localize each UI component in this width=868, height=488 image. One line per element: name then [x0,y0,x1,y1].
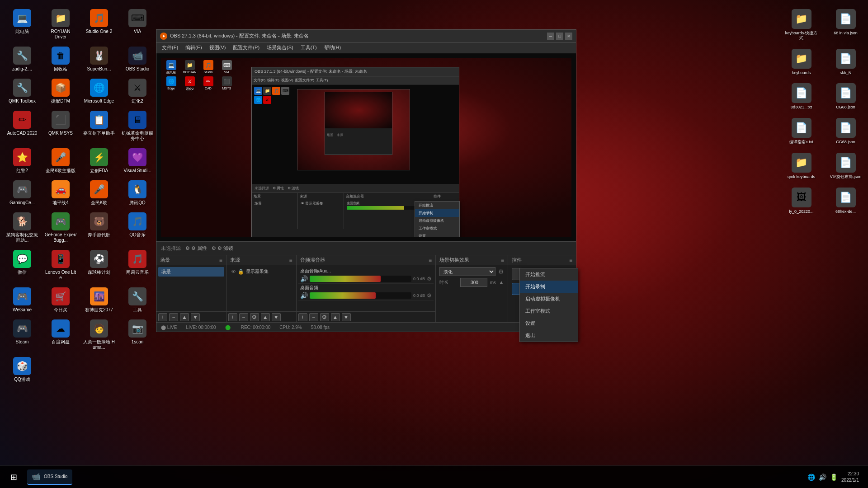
dropdown-item-exit[interactable]: 退出 [520,329,578,342]
desktop-icon-netease[interactable]: 🎵 网易云音乐 [120,248,155,283]
source-visibility-icon[interactable]: 👁 [231,269,236,274]
desktop-icon-edge[interactable]: 🌐 Microsoft Edge [81,76,117,106]
desktop-icon-redalert[interactable]: ⭐ 红警2 [5,146,40,176]
dropdown-item-settings[interactable]: 设置 [520,317,578,329]
desktop-icon-autocad[interactable]: ✏ AutoCAD 2020 [5,108,40,144]
desktop-icon-1scan[interactable]: 📷 1scan [120,317,155,352]
desktop-icon-qmk-toolbox[interactable]: 🔧 QMK Toolbox [5,76,40,106]
desktop-icon-studio-one[interactable]: 🎵 Studio One 2 [81,7,117,42]
desktop-icon-jz2[interactable]: ⚔ 进化2 [120,76,155,106]
source-panel-menu[interactable]: ≡ [289,257,292,263]
mixer-add-button[interactable]: + [298,313,307,321]
desktop-icon-senqiu[interactable]: ⚽ 森球棒计划 [81,248,117,283]
source-settings-button[interactable]: ⚙ [250,313,259,321]
menu-edit[interactable]: 编辑(E) [182,43,206,52]
mixer-down-button[interactable]: ▼ [342,313,351,321]
taskbar-start-button[interactable]: ⊞ [5,468,23,486]
desktop-icon-cg68-2[interactable]: 📄 CG68.json [826,116,865,147]
mixer-gear-desktop[interactable]: ⚙ [427,292,432,299]
transition-panel-menu[interactable]: ≡ [501,257,504,263]
scene-item-default[interactable]: 场景 [158,267,224,277]
desktop-icon-0d3021[interactable]: 📄 0d3021...txt [782,81,821,112]
source-remove-button[interactable]: − [239,313,248,321]
desktop-icon-forza[interactable]: 🚗 地平线4 [43,178,78,208]
desktop-icon-jrm[interactable]: 🛒 今日买 [43,285,78,315]
desktop-icon-qqgame[interactable]: 🎲 QQ游戏 [5,355,40,385]
desktop-icon-68hex[interactable]: 📄 68hex-de... [826,185,865,216]
desktop-icon-via-json[interactable]: 📄 VIA旋钮布局.json [826,150,865,182]
desktop-icon-jiepei[interactable]: 📦 捷配DFM [43,76,78,106]
scene-up-button[interactable]: ▲ [180,313,189,321]
scene-add-button[interactable]: + [158,313,167,321]
desktop-icon-qq[interactable]: 🐧 腾讯QQ [120,178,155,208]
dropdown-start-record[interactable]: 开始录制 [415,209,459,217]
transition-spin-up[interactable]: ▲ [499,279,504,286]
desktop-icon-skbn[interactable]: 📄 skb_N [826,47,865,78]
tray-network-icon[interactable]: 🌐 [807,474,815,481]
dropdown-item-start-stream[interactable]: 开始推流 [520,268,578,281]
dropdown-item-studio-mode[interactable]: 工作室模式 [520,305,578,317]
tray-sound-icon[interactable]: 🔊 [819,474,826,481]
menu-tools[interactable]: 工具(T) [297,43,321,52]
desktop-icon-computer[interactable]: 💻 此电脑 [5,7,40,42]
menu-file[interactable]: 文件(F) [158,43,182,52]
dropdown-item-virtual-cam[interactable]: 启动虚拟摄像机 [520,293,578,305]
desktop-icon-jlc[interactable]: 📋 嘉立创下单助手 [81,108,117,144]
desktop-icon-bianyizhinan[interactable]: 📄 编译指南c.txt [782,116,821,147]
desktop-icon-cg68[interactable]: 📄 CG68.json [826,81,865,112]
desktop-icon-keyboards-shortcut[interactable]: 📁 keyboards-快捷方式 [782,7,821,43]
taskbar-clock[interactable]: 22:30 2022/1/1 [841,471,859,483]
source-up-button[interactable]: ▲ [261,313,270,321]
desktop-icon-mechrev[interactable]: 🖥 机械革命电脑服务中心 [120,108,155,144]
desktop-icon-vstudio[interactable]: 💜 Visual Studi... [120,146,155,176]
desktop-icon-wechat[interactable]: 💬 微信 [5,248,40,283]
mixer-remove-button[interactable]: − [309,313,318,321]
desktop-icon-shou[interactable]: 🐻 奔手游代肝 [81,210,117,245]
obs-filter-btn[interactable]: ⚙ ⚙ 滤镜 [212,245,233,252]
mixer-mute-desktop[interactable]: 🔊 [300,292,308,299]
desktop-icon-68via[interactable]: 📄 68 in via.json [826,7,865,43]
controls-panel-menu[interactable]: ≡ [569,257,572,263]
desktop-icon-baidu[interactable]: ☁ 百度网盘 [43,317,78,352]
desktop-icon-wegame[interactable]: 🎮 WeGame [5,285,40,315]
obs-maximize-button[interactable]: □ [556,33,563,40]
desktop-icon-via[interactable]: ⌨ VIA [120,7,155,42]
menu-view[interactable]: 视图(V) [206,43,230,52]
transition-type-select[interactable]: 淡化 [439,267,495,276]
scene-down-button[interactable]: ▼ [191,313,200,321]
desktop-icon-quanmink2[interactable]: 🎤 全民K歌 [81,178,117,208]
mixer-mute-aux[interactable]: 🔊 [300,275,308,282]
mixer-up-button[interactable]: ▲ [331,313,340,321]
obs-settings-btn[interactable]: ⚙ ⚙ 属性 [185,245,207,252]
desktop-icon-ly0[interactable]: 🖼 ly_0_20220... [782,185,821,216]
desktop-icon-steam[interactable]: 🎮 Steam [5,317,40,352]
transition-gear-icon[interactable]: ⚙ [498,268,504,275]
desktop-icon-quanmink[interactable]: 🎤 全民K歌主播版 [43,146,78,176]
tray-battery-icon[interactable]: 🔋 [830,474,838,481]
desktop-icon-qqmusic[interactable]: 🎵 QQ音乐 [120,210,155,245]
desktop-icon-qmk-msys[interactable]: ⬛ QMK MSYS [43,108,78,144]
desktop-icon-cyberpunk[interactable]: 🌆 赛博朋克2077 [81,285,117,315]
menu-profile[interactable]: 配置文件(P) [229,43,263,52]
desktop-icon-gaming[interactable]: 🎮 GamingCe... [5,178,40,208]
dropdown-item-start-record[interactable]: 开始录制 [520,281,578,293]
desktop-icon-qmk-keyboards[interactable]: 📁 qmk keyboards [782,150,821,182]
desktop-icon-royuan[interactable]: 📁 ROYUANDriver [43,7,78,42]
obs-minimize-button[interactable]: ─ [547,33,554,40]
source-item-display[interactable]: 👁 🔒 显示器采集 [228,267,294,276]
transition-duration-input[interactable] [460,278,487,287]
mixer-settings-button[interactable]: ⚙ [320,313,329,321]
desktop-icon-recycle[interactable]: 🗑 回收站 [43,44,78,74]
mixer-panel-menu[interactable]: ≡ [429,257,432,263]
taskbar-obs-item[interactable]: 📹 OBS Studio [27,469,72,485]
scene-remove-button[interactable]: − [169,313,178,321]
source-add-button[interactable]: + [228,313,237,321]
desktop-icon-geforce[interactable]: 🎮 GeForce Exper/Bugg... [43,210,78,245]
menu-help[interactable]: 帮助(H) [321,43,344,52]
source-down-button[interactable]: ▼ [272,313,281,321]
desktop-icon-human[interactable]: 🧑 人类一败涂地 Huma... [81,317,117,352]
desktop-icon-superbunny[interactable]: 🐰 SuperBun... [81,44,117,74]
desktop-icon-lenovo[interactable]: 📱 Lenovo One Lite [43,248,78,283]
obs-close-button[interactable]: ✕ [565,33,572,40]
desktop-icon-keyboards2[interactable]: 📁 keyboards [782,47,821,78]
